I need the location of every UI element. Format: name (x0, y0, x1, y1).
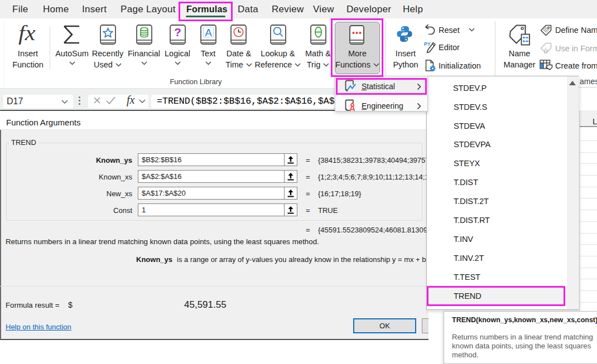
svg-text:?: ? (174, 26, 181, 38)
svg-text:fx: fx (544, 47, 548, 54)
svg-text:A: A (205, 27, 212, 38)
svg-text:PY: PY (424, 41, 431, 47)
